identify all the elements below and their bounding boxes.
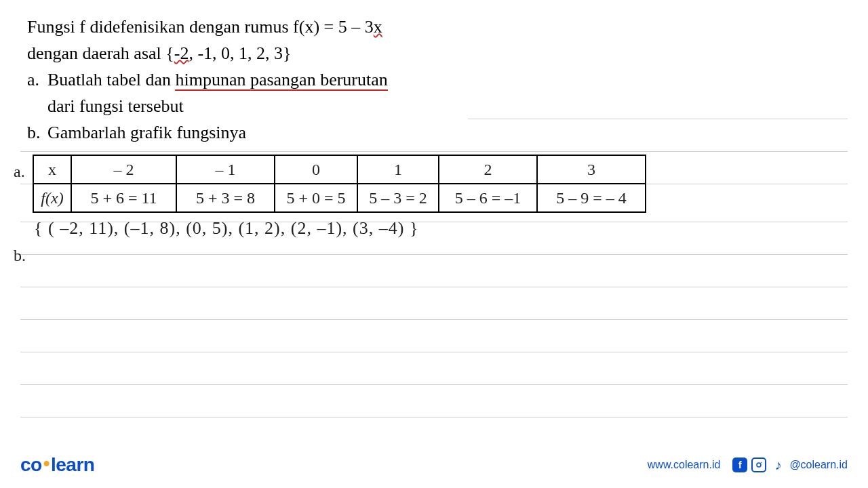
item-a-text2: himpunan pasangan berurutan: [175, 70, 387, 91]
table-cell: 0: [275, 155, 357, 184]
svg-point-0: [757, 463, 761, 467]
logo-dot: •: [43, 453, 50, 474]
rule-line: [468, 119, 848, 119]
table-cell: – 2: [71, 155, 176, 184]
line-2: dengan daerah asal {-2, -1, 0, 1, 2, 3}: [27, 40, 841, 66]
rule-line: [20, 287, 848, 287]
rule-line: [20, 352, 848, 352]
item-a: a. Buatlah tabel dan himpunan pasangan b…: [27, 66, 841, 93]
table-cell: 5 – 3 = 2: [357, 184, 439, 212]
tiktok-icon[interactable]: ♪: [770, 458, 785, 472]
footer: co•learn www.colearn.id f ♪ @colearn.id: [0, 454, 868, 476]
ordered-pairs-set: { ( –2, 11), (–1, 8), (0, 5), (1, 2), (2…: [34, 218, 646, 239]
rule-line: [20, 151, 848, 152]
line2-part-a: dengan daerah asal {: [27, 43, 174, 63]
table-header-fx: f(x): [33, 184, 71, 212]
table-cell: 2: [439, 155, 537, 184]
line1-part-b: x: [374, 17, 382, 37]
table-cell: 3: [537, 155, 646, 184]
rule-line: [20, 384, 848, 385]
table-cell: 5 + 0 = 5: [275, 184, 357, 212]
social-icons: f ♪ @colearn.id: [732, 458, 848, 472]
footer-right: www.colearn.id f ♪ @colearn.id: [648, 458, 848, 472]
social-handle[interactable]: @colearn.id: [789, 459, 848, 471]
line-1: Fungsi f didefenisikan dengan rumus f(x)…: [27, 14, 841, 40]
logo-part-a: co: [20, 454, 42, 475]
table-header-x: x: [33, 155, 71, 184]
table-cell: 5 + 3 = 8: [176, 184, 275, 212]
line2-part-c: , -1, 0, 1, 2, 3}: [189, 43, 291, 63]
function-table: x – 2 – 1 0 1 2 3 f(x) 5 + 6 = 11 5 + 3 …: [33, 155, 646, 213]
website-url[interactable]: www.colearn.id: [648, 459, 721, 471]
facebook-icon[interactable]: f: [732, 458, 747, 472]
hw-label-a: a.: [14, 163, 25, 181]
colearn-logo: co•learn: [20, 454, 94, 476]
table-cell: 5 + 6 = 11: [71, 184, 176, 212]
handwritten-answer: a. x – 2 – 1 0 1 2 3 f(x) 5 + 6 = 11 5 +…: [14, 155, 646, 265]
rule-line: [20, 319, 848, 320]
table-cell: 1: [357, 155, 439, 184]
table-row: x – 2 – 1 0 1 2 3: [33, 155, 646, 184]
instagram-icon[interactable]: [751, 458, 766, 472]
rule-line: [20, 417, 848, 418]
line1-part-a: Fungsi f didefenisikan dengan rumus f(x)…: [27, 17, 374, 37]
table-cell: 5 – 9 = – 4: [537, 184, 646, 212]
hw-label-b: b.: [14, 247, 646, 265]
table-row: f(x) 5 + 6 = 11 5 + 3 = 8 5 + 0 = 5 5 – …: [33, 184, 646, 212]
item-a-marker: a.: [27, 66, 39, 93]
table-cell: 5 – 6 = –1: [439, 184, 537, 212]
item-a-cont: dari fungsi tersebut: [27, 93, 841, 119]
line2-part-b: -2: [174, 43, 189, 63]
svg-point-1: [761, 462, 762, 464]
item-a-text1: Buatlah tabel dan: [47, 70, 175, 89]
table-cell: – 1: [176, 155, 275, 184]
logo-part-b: learn: [51, 454, 94, 475]
